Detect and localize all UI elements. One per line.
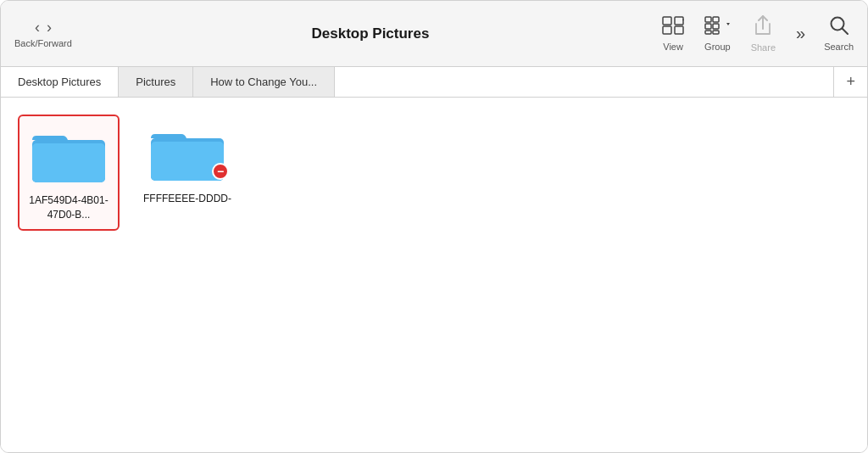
window-title: Desktop Pictures	[99, 25, 642, 42]
back-forward-label: Back/Forward	[14, 38, 72, 48]
svg-rect-1	[675, 17, 683, 25]
file-grid: 1AF549D4-4B01-47D0-B... − FFFFEEEE-DDDD-	[18, 115, 850, 231]
view-icon	[662, 16, 684, 38]
group-button[interactable]: Group	[704, 16, 731, 52]
breadcrumb-how-to-change[interactable]: How to Change You...	[193, 67, 335, 97]
svg-rect-8	[705, 31, 711, 34]
search-button[interactable]: Search	[824, 16, 854, 52]
file-item-folder-2[interactable]: − FFFFEEEE-DDDD-	[136, 115, 238, 231]
svg-rect-9	[713, 31, 719, 34]
more-button[interactable]: »	[796, 24, 804, 43]
back-button[interactable]: ‹	[33, 20, 42, 35]
folder-badge: −	[212, 163, 229, 180]
svg-line-11	[842, 28, 848, 34]
breadcrumb-pictures[interactable]: Pictures	[119, 67, 193, 97]
svg-rect-4	[705, 17, 711, 22]
folder-icon-wrapper-2: −	[149, 121, 225, 185]
nav-buttons: ‹ › Back/Forward	[14, 20, 72, 48]
file-label-1: 1AF549D4-4B01-47D0-B...	[26, 193, 111, 222]
breadcrumb-desktop-pictures[interactable]: Desktop Pictures	[1, 67, 119, 97]
toolbar-actions: View Group	[662, 15, 854, 53]
share-icon	[754, 15, 772, 39]
svg-rect-2	[663, 26, 671, 34]
svg-rect-13	[32, 143, 105, 182]
share-button[interactable]: Share	[751, 15, 776, 53]
group-icon	[704, 16, 730, 38]
file-label-2: FFFFEEEE-DDDD-	[143, 192, 231, 206]
svg-rect-5	[713, 17, 719, 22]
svg-rect-3	[675, 26, 683, 34]
add-tab-button[interactable]: +	[833, 67, 867, 97]
file-item-folder-1[interactable]: 1AF549D4-4B01-47D0-B...	[18, 115, 120, 231]
folder-icon-wrapper-1	[31, 123, 107, 187]
svg-rect-6	[705, 24, 711, 29]
svg-rect-7	[713, 24, 719, 29]
share-label: Share	[751, 42, 776, 53]
view-label: View	[663, 42, 683, 52]
forward-button[interactable]: ›	[45, 20, 53, 35]
search-label: Search	[824, 42, 854, 52]
more-icon: »	[796, 24, 804, 43]
view-button[interactable]: View	[662, 16, 684, 52]
content-area: 1AF549D4-4B01-47D0-B... − FFFFEEEE-DDDD-	[1, 98, 867, 453]
breadcrumb-bar: Desktop Pictures Pictures How to Change …	[1, 67, 867, 98]
svg-rect-0	[663, 17, 671, 25]
search-icon	[830, 16, 849, 38]
toolbar: ‹ › Back/Forward Desktop Pictures View	[1, 1, 867, 67]
group-label: Group	[704, 42, 731, 52]
